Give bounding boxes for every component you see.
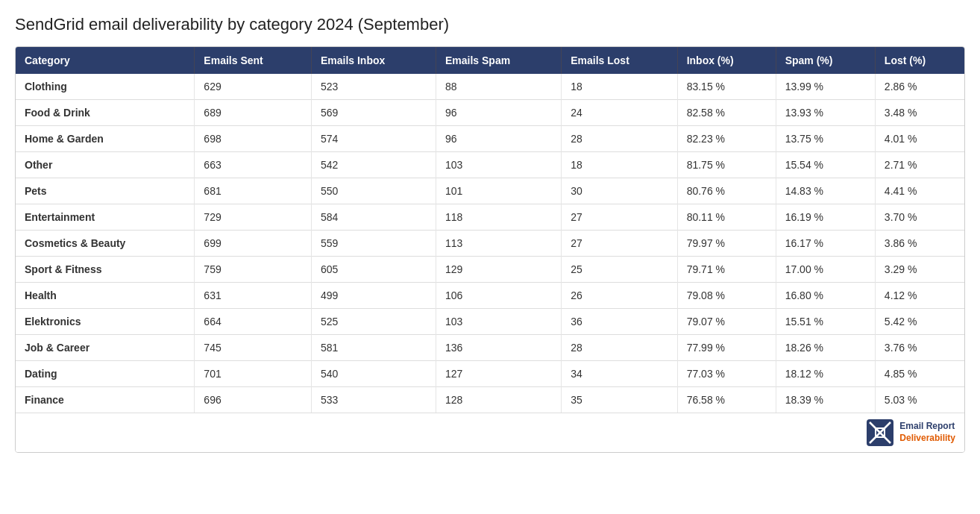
table-cell: 82.23 % (677, 126, 776, 152)
table-footer: Email Report Deliverability (16, 413, 964, 452)
table-cell: 17.00 % (776, 257, 875, 283)
brand-line1: Email Report (899, 421, 955, 433)
table-cell: 83.15 % (677, 74, 776, 100)
table-cell: 745 (195, 335, 312, 361)
table-row: Pets6815501013080.76 %14.83 %4.41 % (16, 178, 964, 204)
table-cell: 25 (562, 257, 677, 283)
table-cell: 5.42 % (875, 309, 964, 335)
table-row: Health6314991062679.08 %16.80 %4.12 % (16, 283, 964, 309)
table-cell: Cosmetics & Beauty (16, 231, 195, 257)
table-cell: 35 (562, 387, 677, 413)
table-cell: 3.29 % (875, 257, 964, 283)
table-cell: 15.54 % (776, 152, 875, 178)
table-cell: 759 (195, 257, 312, 283)
table-cell: 26 (562, 283, 677, 309)
table-cell: 584 (311, 204, 436, 231)
table-cell: Pets (16, 178, 195, 204)
col-header-lost-pct: Lost (%) (875, 47, 964, 74)
table-cell: 96 (436, 126, 561, 152)
table-row: Cosmetics & Beauty6995591132779.97 %16.1… (16, 231, 964, 257)
table-cell: 127 (436, 361, 561, 387)
table-cell: Dating (16, 361, 195, 387)
table-wrapper: Category Emails Sent Emails Inbox Emails… (15, 46, 965, 453)
table-row: Finance6965331283576.58 %18.39 %5.03 % (16, 387, 964, 413)
table-cell: 631 (195, 283, 312, 309)
col-header-lost: Emails Lost (562, 47, 677, 74)
table-cell: 16.19 % (776, 204, 875, 231)
table-cell: 689 (195, 100, 312, 126)
table-cell: 523 (311, 74, 436, 100)
table-cell: 15.51 % (776, 309, 875, 335)
brand-logo: Email Report Deliverability (867, 419, 955, 446)
table-row: Sport & Fitness7596051292579.71 %17.00 %… (16, 257, 964, 283)
table-cell: 629 (195, 74, 312, 100)
table-cell: 542 (311, 152, 436, 178)
table-cell: 4.85 % (875, 361, 964, 387)
table-cell: 18.39 % (776, 387, 875, 413)
table-cell: 701 (195, 361, 312, 387)
table-cell: 36 (562, 309, 677, 335)
col-header-category: Category (16, 47, 195, 74)
data-table: Category Emails Sent Emails Inbox Emails… (16, 47, 964, 413)
table-cell: 605 (311, 257, 436, 283)
table-cell: 80.11 % (677, 204, 776, 231)
table-cell: Home & Garden (16, 126, 195, 152)
table-cell: 533 (311, 387, 436, 413)
table-cell: 118 (436, 204, 561, 231)
col-header-spam-pct: Spam (%) (776, 47, 875, 74)
table-cell: 30 (562, 178, 677, 204)
table-cell: 80.76 % (677, 178, 776, 204)
table-cell: 696 (195, 387, 312, 413)
table-cell: 4.12 % (875, 283, 964, 309)
table-cell: 76.58 % (677, 387, 776, 413)
table-cell: 101 (436, 178, 561, 204)
table-cell: 3.86 % (875, 231, 964, 257)
table-cell: 96 (436, 100, 561, 126)
table-cell: 13.75 % (776, 126, 875, 152)
table-header-row: Category Emails Sent Emails Inbox Emails… (16, 47, 964, 74)
col-header-sent: Emails Sent (195, 47, 312, 74)
table-cell: 569 (311, 100, 436, 126)
table-cell: 525 (311, 309, 436, 335)
table-cell: Other (16, 152, 195, 178)
table-row: Other6635421031881.75 %15.54 %2.71 % (16, 152, 964, 178)
table-cell: 128 (436, 387, 561, 413)
table-row: Job & Career7455811362877.99 %18.26 %3.7… (16, 335, 964, 361)
table-cell: 82.58 % (677, 100, 776, 126)
table-cell: 3.70 % (875, 204, 964, 231)
table-cell: 24 (562, 100, 677, 126)
table-cell: 729 (195, 204, 312, 231)
brand-text: Email Report Deliverability (899, 421, 955, 444)
table-cell: 2.71 % (875, 152, 964, 178)
table-cell: 4.41 % (875, 178, 964, 204)
table-row: Food & Drink689569962482.58 %13.93 %3.48… (16, 100, 964, 126)
table-cell: 79.97 % (677, 231, 776, 257)
table-cell: 77.99 % (677, 335, 776, 361)
table-cell: 681 (195, 178, 312, 204)
brand-line2: Deliverability (899, 433, 955, 445)
table-cell: Clothing (16, 74, 195, 100)
col-header-inbox-pct: Inbox (%) (677, 47, 776, 74)
table-cell: Food & Drink (16, 100, 195, 126)
table-cell: Health (16, 283, 195, 309)
table-row: Dating7015401273477.03 %18.12 %4.85 % (16, 361, 964, 387)
table-cell: 559 (311, 231, 436, 257)
table-cell: 550 (311, 178, 436, 204)
col-header-spam: Emails Spam (436, 47, 561, 74)
table-cell: 581 (311, 335, 436, 361)
table-cell: 699 (195, 231, 312, 257)
table-cell: 136 (436, 335, 561, 361)
table-cell: 129 (436, 257, 561, 283)
table-cell: 698 (195, 126, 312, 152)
table-cell: Elektronics (16, 309, 195, 335)
table-cell: 103 (436, 309, 561, 335)
table-cell: 663 (195, 152, 312, 178)
table-cell: 2.86 % (875, 74, 964, 100)
table-cell: 3.48 % (875, 100, 964, 126)
table-cell: 34 (562, 361, 677, 387)
table-cell: 77.03 % (677, 361, 776, 387)
table-cell: 18 (562, 74, 677, 100)
table-cell: 18.26 % (776, 335, 875, 361)
brand-icon (867, 419, 893, 446)
table-cell: 13.93 % (776, 100, 875, 126)
